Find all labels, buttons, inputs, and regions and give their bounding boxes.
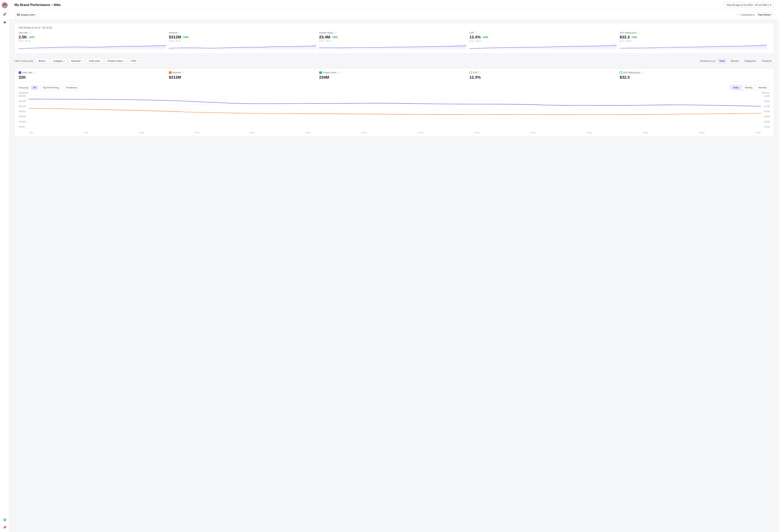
filter-label: Filter Products By: [14, 60, 34, 62]
info-icon: i [475, 32, 477, 34]
info-icon: i [334, 32, 336, 34]
page-title: My Brand Performance – Nike [14, 3, 61, 7]
main-chart-card: ✓ Units Sold i 32K ✓ Revenue i $312M [14, 68, 774, 137]
filter-product-views[interactable]: Product Views ▾ [105, 58, 127, 64]
product-views-badge: +34% [332, 36, 338, 39]
flag-icon: 🇺🇸 [17, 13, 20, 16]
avg-selling-checkbox[interactable] [620, 71, 622, 74]
marketplace-button[interactable]: 🇺🇸 amazon.com ▾ [14, 12, 39, 17]
chevron-down-icon: ▾ [137, 60, 138, 62]
cvr-total: 12.3% [469, 75, 616, 80]
top-bar-right: Past 28 days (3 Jul 2022 – 30 Jul 2022 )… [724, 2, 774, 8]
info-icon: i [478, 71, 481, 74]
units-sold-checkbox[interactable]: ✓ [19, 71, 21, 74]
avg-selling-value: $32.3 [620, 35, 630, 40]
compare-checkbox[interactable] [737, 13, 739, 16]
breakdown-categories[interactable]: Categories [742, 59, 759, 63]
cvr-date: 3 Jul – 30 Jul [469, 40, 616, 42]
metric-unit-sold: Unit Sold i 2.5K +34% 3 Jul – 30 Jul [19, 32, 169, 51]
revenue-chart [169, 43, 316, 50]
stats-card: Past 28 days (3 Jul 22 – 30 Jul 22) Unit… [14, 23, 774, 54]
main-chart-svg [28, 95, 761, 128]
chevron-down-icon: ▾ [123, 60, 124, 62]
date-range-button[interactable]: Past 28 days (3 Jul 2022 – 30 Jul 2022 )… [724, 2, 774, 8]
total-units-sold: ✓ Units Sold i 32K [19, 71, 169, 80]
product-views-checkbox[interactable] [319, 71, 322, 74]
filter-row: Filter Products By: Brand ▾ Category ▾ R… [14, 57, 774, 65]
compare-row: Compared to Past Period ▾ [737, 12, 774, 17]
cvr-badge: +34% [482, 36, 489, 39]
revenue-value: $312M [169, 35, 181, 40]
filter-category[interactable]: Category ▾ [51, 58, 67, 64]
avg-selling-date: 3 Jul – 30 Jul [620, 40, 767, 42]
totals-row: ✓ Units Sold i 32K ✓ Revenue i $312M [19, 71, 770, 82]
total-avg-selling: AVG Selling price i $32.3 [620, 71, 770, 80]
group-all-button[interactable]: All [31, 85, 39, 90]
total-product-views: Product Views i 234M [319, 71, 470, 80]
chevron-down-icon: ▾ [770, 4, 771, 6]
content-body: Past 28 days (3 Jul 22 – 30 Jul 22) Unit… [9, 19, 779, 140]
sidebar-nav-rocket[interactable]: 🚀 [2, 12, 7, 17]
stats-metrics: Unit Sold i 2.5K +34% 3 Jul – 30 Jul [19, 32, 770, 51]
filter-revenue[interactable]: Revenue ▾ [69, 58, 85, 64]
y-labels-right: 14,000 14,000 14,000 14,000 14,000 14,00… [761, 92, 770, 128]
info-icon: i [641, 71, 643, 74]
cvr-chart [469, 43, 616, 50]
avg-selling-total: $32.3 [620, 75, 767, 80]
compare-to-label: Compared to [741, 13, 755, 16]
metric-cvr: CVR i 12.4% +34% 3 Jul – 30 Jul [469, 32, 620, 51]
chart-x-labels: 1 Dec 3 Dec 5 Dec 7 Dec 9 Dec 11 Dec 13 … [28, 132, 761, 134]
stats-period-label: Past 28 days (3 Jul 22 – 30 Jul 22) [19, 26, 770, 29]
top-bar: My Brand Performance – Nike Past 28 days… [9, 0, 779, 10]
unit-sold-label: Unit Sold [19, 32, 27, 34]
info-icon: i [28, 32, 31, 34]
sub-bar: 🇺🇸 amazon.com ▾ Compared to Past Period … [9, 10, 779, 19]
y-labels-left: 350,000 300,000 250,000 200,000 150,000 … [19, 92, 28, 128]
breakdown-brands[interactable]: Brands [728, 59, 741, 63]
revenue-checkbox[interactable]: ✓ [169, 71, 172, 74]
info-icon: i [178, 32, 181, 34]
chevron-down-icon: ▾ [771, 14, 772, 16]
breakdown-row: Breakdown by: Total Brands Categories Pr… [700, 59, 774, 63]
product-views-date: 3 Jul – 30 Jul [319, 40, 467, 42]
metric-product-views: Product Views i 23.4M +34% 3 Jul – 30 Ju… [319, 32, 470, 51]
sidebar-nav-pin[interactable]: 📌 [2, 525, 7, 530]
breakdown-total[interactable]: Total [717, 59, 727, 63]
product-views-value: 23.4M [319, 35, 330, 40]
group-trendiness-button[interactable]: Trendiness [63, 85, 80, 90]
period-dropdown[interactable]: Past Period ▾ [756, 12, 774, 17]
unit-sold-date: 3 Jul – 30 Jul [19, 40, 166, 42]
total-cvr: CVR i 12.3% [469, 71, 620, 80]
sidebar-nav-settings[interactable]: ⚙️ [2, 517, 7, 522]
avg-selling-chart [620, 43, 767, 50]
unit-sold-chart [19, 43, 166, 50]
chevron-down-icon: ▾ [64, 60, 65, 62]
product-views-label: Product Views [319, 32, 333, 34]
time-daily-button[interactable]: Daily [730, 85, 742, 90]
chevron-down-icon: ▾ [46, 60, 47, 62]
avg-selling-badge: +34% [631, 36, 638, 39]
time-weekly-button[interactable]: Weekly [742, 85, 756, 90]
time-monthly-button[interactable]: Monthly [756, 85, 770, 90]
cvr-label: CVR [469, 32, 474, 34]
info-icon: i [33, 71, 36, 74]
sidebar: 🧑 🚀 👁️ ⚙️ 📌 [0, 0, 9, 532]
sidebar-nav-eye[interactable]: 👁️ [2, 20, 7, 25]
product-views-label-total: Product Views [323, 71, 337, 74]
filter-cvr[interactable]: CVR ▾ [129, 58, 140, 64]
filter-brand[interactable]: Brand ▾ [36, 58, 49, 64]
breakdown-products[interactable]: Products [760, 59, 774, 63]
group-row: Group by: All Top Performing Trendiness … [19, 85, 770, 90]
metric-avg-selling-price: AVG Selling price i $32.3 +34% 3 Jul – 3… [620, 32, 770, 51]
filter-units-sold[interactable]: Units sold ▾ [86, 58, 103, 64]
revenue-label-total: Revenue [172, 71, 181, 74]
group-top-performing-button[interactable]: Top Performing [40, 85, 61, 90]
marketplace-label: amazon.com [21, 13, 35, 16]
chevron-down-icon: ▾ [100, 60, 101, 62]
revenue-total: $312M [169, 75, 316, 80]
cvr-checkbox[interactable] [469, 71, 472, 74]
product-views-chart [319, 43, 467, 50]
cvr-label-total: CVR [473, 71, 477, 74]
product-views-total: 234M [319, 75, 466, 80]
units-sold-total: 32K [19, 75, 166, 80]
